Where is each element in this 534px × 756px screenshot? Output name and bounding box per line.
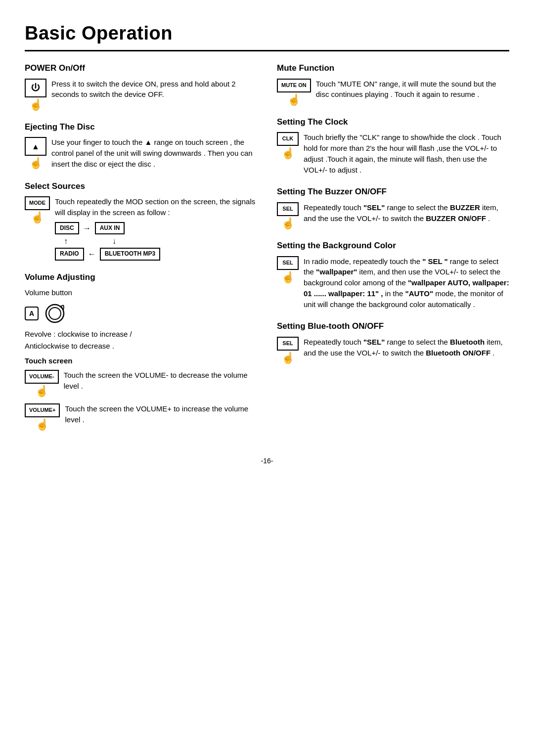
mode-button: MODE [25, 196, 50, 210]
vol-plus-hand-icon: ☝ [36, 419, 49, 430]
bt-text-4: . [490, 349, 494, 357]
knob-display: A [25, 301, 257, 326]
background-title: Setting the Background Color [277, 240, 509, 252]
buzzer-section: Setting The Buzzer ON/OFF SEL ☝ Repeated… [277, 186, 509, 229]
buzzer-text-2: range to select the [385, 203, 450, 212]
bg-wallpaper-emphasis: "wallpaper" [316, 267, 357, 276]
background-hand-icon: ☝ [281, 272, 295, 283]
auxin-box: AUX IN [95, 222, 125, 234]
buzzer-item-emphasis: BUZZER [450, 203, 480, 212]
power-title: POWER On/Off [25, 62, 257, 75]
buzzer-off-emphasis: BUZZER ON/OFF [426, 214, 486, 222]
arrow-right-1: → [83, 222, 91, 234]
clock-hand-icon: ☝ [281, 148, 295, 159]
vol-minus-section: VOLUME- ☝ Touch the screen the VOLUME- t… [25, 370, 257, 397]
bluetooth-body: SEL ☝ Repeatedly touch "SEL" range to se… [277, 337, 509, 363]
arrow-down-aux: ↓ [112, 236, 116, 246]
hand-touch-icon: ☝ [29, 99, 43, 110]
vol-minus-hand-icon: ☝ [35, 386, 48, 397]
background-section: Setting the Background Color SEL ☝ In ra… [277, 240, 509, 310]
bluetooth-sel-button: SEL [277, 337, 299, 351]
bt-off-emphasis: Bluetooth ON/OFF [426, 349, 490, 357]
power-body: ☝ Press it to switch the device ON, pres… [25, 79, 257, 110]
power-section: POWER On/Off ☝ Press it to switch the de… [25, 62, 257, 110]
revolve-text: Revolve : clockwise to increase / [25, 329, 257, 340]
volume-section: Volume Adjusting Volume button A Revolve… [25, 271, 257, 431]
vol-minus-button: VOLUME- [25, 370, 59, 384]
bt-text-1: Repeatedly touch [304, 338, 363, 346]
bluetooth-section: Setting Blue-tooth ON/OFF SEL ☝ Repeated… [277, 320, 509, 363]
disc-box: DISC [55, 222, 79, 234]
sources-icon-area: MODE ☝ [25, 196, 50, 223]
mute-hand-icon: ☝ [287, 94, 301, 105]
buzzer-text-4: . [486, 214, 490, 222]
background-body: SEL ☝ In radio mode, repeatedly touch th… [277, 256, 509, 310]
buzzer-sel-emphasis: "SEL" [363, 203, 385, 212]
sources-desc: Touch repeatedly the MOD section on the … [55, 197, 255, 217]
bluetooth-icon-area: SEL ☝ [277, 337, 299, 363]
svg-point-1 [49, 308, 61, 319]
clock-title: Setting The Clock [277, 116, 509, 129]
background-text: In radio mode, repeatedly touch the " SE… [304, 256, 509, 310]
background-icon-area: SEL ☝ [277, 256, 299, 283]
sources-body: MODE ☝ Touch repeatedly the MOD section … [25, 196, 257, 260]
arrow-up-disc: ↑ [64, 236, 68, 246]
clock-text: Touch briefly the "CLK" range to show/hi… [304, 132, 509, 175]
mute-text: Touch "MUTE ON" range, it will mute the … [316, 79, 509, 100]
diagram-row-1: DISC → AUX IN [55, 222, 257, 234]
sources-title: Select Sources [25, 180, 257, 193]
bt-sel-emphasis: "SEL" [363, 338, 385, 346]
title-divider [25, 50, 509, 51]
buzzer-body: SEL ☝ Repeatedly touch "SEL" range to se… [277, 202, 509, 229]
power-text: Press it to switch the device ON, press … [51, 79, 257, 100]
vol-minus-icon-area: VOLUME- ☝ [25, 370, 59, 397]
eject-section: Ejecting The Disc ▲ ☝ Use your finger to… [25, 121, 257, 170]
eject-button-icon: ▲ [25, 137, 46, 156]
bluetooth-hand-icon: ☝ [281, 353, 295, 363]
right-column: Mute Function MUTE ON ☝ Touch "MUTE ON" … [277, 62, 509, 441]
bg-auto-mode-emphasis: "AUTO" [405, 289, 433, 298]
clock-icon-area: CLK ☝ [277, 132, 299, 159]
page-number: -16- [25, 456, 509, 466]
page-title: Basic Operation [25, 20, 509, 47]
bg-sel-emphasis: " SEL " [422, 257, 447, 266]
eject-title: Ejecting The Disc [25, 121, 257, 133]
volume-sub-label: Volume button [25, 287, 257, 298]
eject-text: Use your finger to touch the ▲ range on … [51, 137, 257, 169]
anti-text: Anticlockwise to decrease . [25, 341, 257, 352]
diagram-row-2: RADIO ← BLUETOOTH MP3 [55, 248, 257, 260]
sources-section: Select Sources MODE ☝ Touch repeatedly t… [25, 180, 257, 261]
bluetooth-text: Repeatedly touch "SEL" range to select t… [304, 337, 509, 358]
arrow-left-1: ← [88, 248, 96, 260]
mute-button: MUTE ON [277, 79, 311, 92]
sources-diagram: DISC → AUX IN ↑ ↓ [55, 222, 257, 261]
mute-icon-area: MUTE ON ☝ [277, 79, 311, 105]
bluetooth-title: Setting Blue-tooth ON/OFF [277, 320, 509, 333]
knob-a-label: A [25, 307, 39, 320]
vol-plus-text: Touch the screen the VOLUME+ to increase… [65, 403, 257, 425]
clock-section: Setting The Clock CLK ☝ Touch briefly th… [277, 116, 509, 176]
mute-body: MUTE ON ☝ Touch "MUTE ON" range, it will… [277, 79, 509, 105]
eject-icon-area: ▲ ☝ [25, 137, 46, 169]
eject-body: ▲ ☝ Use your finger to touch the ▲ range… [25, 137, 257, 169]
buzzer-sel-button: SEL [277, 202, 299, 216]
buzzer-hand-icon: ☝ [281, 218, 295, 229]
touch-screen-label: Touch screen [25, 356, 257, 366]
left-column: POWER On/Off ☝ Press it to switch the de… [25, 62, 257, 441]
buzzer-title: Setting The Buzzer ON/OFF [277, 186, 509, 198]
clk-button: CLK [277, 132, 299, 146]
buzzer-text-1: Repeatedly touch [304, 203, 363, 212]
knob-graphic [43, 301, 67, 326]
vol-plus-button: VOLUME+ [25, 403, 60, 417]
bt-item-emphasis: Bluetooth [450, 338, 485, 346]
mute-section: Mute Function MUTE ON ☝ Touch "MUTE ON" … [277, 62, 509, 105]
volume-title: Volume Adjusting [25, 271, 257, 284]
power-button-icon [25, 79, 46, 97]
mute-title: Mute Function [277, 62, 509, 75]
clock-body: CLK ☝ Touch briefly the "CLK" range to s… [277, 132, 509, 175]
vol-minus-text: Touch the screen the VOLUME- to decrease… [64, 370, 257, 392]
background-sel-button: SEL [277, 256, 299, 270]
sources-text: Touch repeatedly the MOD section on the … [55, 196, 257, 260]
sources-hand-icon: ☝ [31, 212, 44, 223]
buzzer-text: Repeatedly touch "SEL" range to select t… [304, 202, 509, 224]
